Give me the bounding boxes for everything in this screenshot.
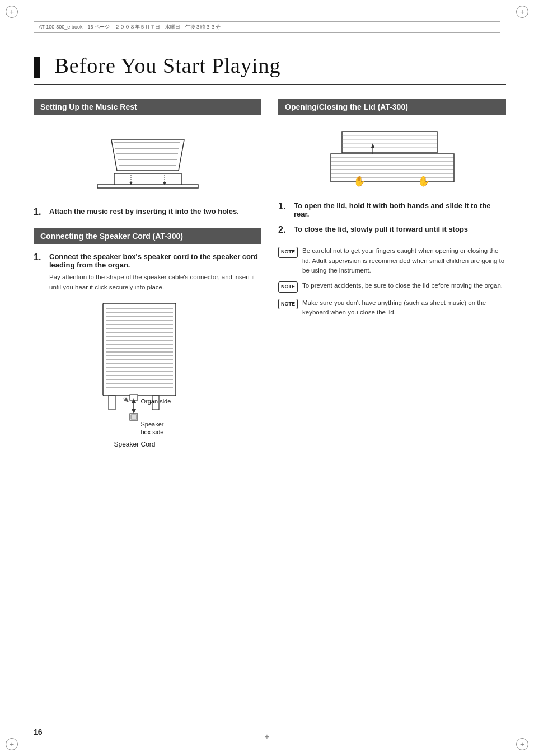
music-rest-section-header: Setting Up the Music Rest	[34, 99, 261, 115]
lid-step-1-content: To open the lid, hold it with both hands…	[294, 201, 506, 218]
lid-step-2-content: To close the lid, slowly pull it forward…	[294, 225, 506, 235]
page-number: 16	[34, 727, 43, 736]
two-column-layout: Setting Up the Music Rest	[34, 99, 506, 474]
note-3: NOTE Make sure you don't have anything (…	[278, 298, 506, 318]
speaker-step-content: Connect the speaker box's speaker cord t…	[49, 252, 261, 292]
page-wrapper: AT-100-300_e.book 16 ページ ２００８年５月７日 水曜日 午…	[0, 0, 534, 756]
lid-step-1: 1. To open the lid, hold it with both ha…	[278, 201, 506, 218]
right-column: Opening/Closing the Lid (AT-300)	[278, 99, 506, 474]
svg-marker-60	[371, 143, 374, 148]
svg-text:🔌: 🔌	[123, 396, 129, 403]
header-meta-bar: AT-100-300_e.book 16 ページ ２００８年５月７日 水曜日 午…	[34, 21, 500, 33]
speaker-cord-diagram-area: 🔌 Organ side Spe	[34, 300, 261, 463]
note-1-badge: NOTE	[278, 247, 298, 258]
lid-section-header: Opening/Closing the Lid (AT-300)	[278, 99, 506, 115]
notes-section: NOTE Be careful not to get your fingers …	[278, 246, 506, 317]
step-number-1: 1.	[34, 207, 45, 217]
svg-rect-0	[97, 185, 198, 188]
svg-rect-44	[131, 415, 137, 419]
page-title: Before You Start Playing	[34, 53, 506, 78]
reg-mark-tr	[516, 6, 528, 18]
note-2-badge: NOTE	[278, 281, 298, 293]
left-column: Setting Up the Music Rest	[34, 99, 261, 474]
speaker-step-small-text: Pay attention to the shape of the speake…	[49, 273, 261, 292]
page-title-section: Before You Start Playing	[34, 53, 506, 85]
speaker-step-number: 1.	[34, 252, 45, 292]
svg-rect-36	[109, 396, 115, 410]
file-info-text: AT-100-300_e.book 16 ページ ２００８年５月７日 水曜日 午…	[39, 24, 221, 31]
svg-rect-45	[331, 154, 454, 182]
speaker-cord-caption: Speaker Cord	[114, 440, 156, 448]
lid-step-1-num: 1.	[278, 201, 289, 218]
note-2-text: To prevent accidents, be sure to close t…	[302, 281, 506, 293]
speaker-cord-step-1: 1. Connect the speaker box's speaker cor…	[34, 252, 261, 292]
speaker-cord-section-header: Connecting the Speaker Cord (AT-300)	[34, 228, 261, 244]
svg-text:✋: ✋	[353, 175, 366, 187]
svg-rect-14	[103, 303, 176, 396]
note-1-text: Be careful not to get your fingers caugh…	[302, 246, 506, 275]
step-1-content: Attach the music rest by inserting it in…	[49, 207, 261, 217]
reg-mark-tl	[6, 6, 18, 18]
svg-marker-4	[111, 140, 184, 171]
speaker-box-side-label: Speaker box side	[141, 412, 164, 436]
note-2: NOTE To prevent accidents, be sure to cl…	[278, 281, 506, 293]
note-3-badge: NOTE	[278, 299, 298, 310]
organ-side-label: Organ side	[141, 397, 171, 405]
music-rest-step-1: 1. Attach the music rest by inserting it…	[34, 207, 261, 217]
reg-mark-bl	[6, 738, 18, 750]
title-bar	[34, 57, 40, 78]
music-rest-diagram	[34, 123, 261, 196]
note-1: NOTE Be careful not to get your fingers …	[278, 246, 506, 275]
svg-text:✋: ✋	[418, 175, 430, 187]
lid-diagram: ✋ ✋	[278, 123, 506, 190]
lid-step-2-num: 2.	[278, 225, 289, 235]
bottom-center-mark: +	[264, 732, 269, 742]
reg-mark-br	[516, 738, 528, 750]
note-3-text: Make sure you don't have anything (such …	[302, 298, 506, 318]
lid-step-2: 2. To close the lid, slowly pull it forw…	[278, 225, 506, 235]
svg-marker-41	[132, 409, 136, 414]
svg-rect-52	[342, 132, 437, 153]
